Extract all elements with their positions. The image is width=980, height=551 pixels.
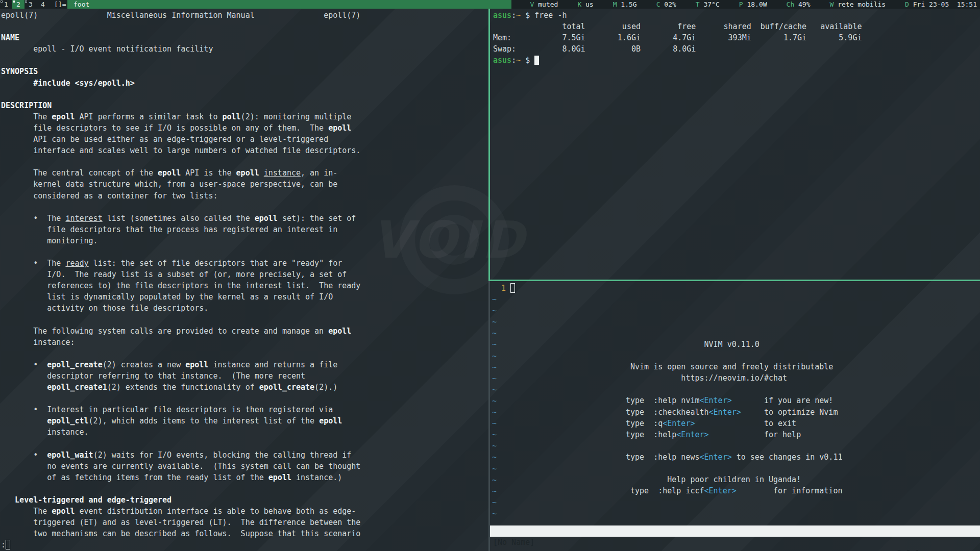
nvim-intro-line: Nvim is open source and freely distribut… <box>626 361 842 372</box>
line-number: 1 <box>492 284 510 293</box>
status-segment-k: K us <box>577 0 593 9</box>
man-line: triggered (ET) and as level-triggered (L… <box>1 517 488 528</box>
man-line: of as fetching items from the ready list… <box>1 472 488 483</box>
nvim-empty-line: ~ <box>492 305 980 316</box>
pager-prompt-colon: : <box>1 540 6 549</box>
man-line: file descriptors to see if I/O is possib… <box>1 122 488 134</box>
nvim-intro-line <box>626 463 842 474</box>
prompt-path: ~ <box>516 11 521 20</box>
man-line: monitoring. <box>1 235 488 246</box>
man-line: The following system calls are provided … <box>1 325 488 337</box>
tilde-marker: ~ <box>492 329 497 338</box>
nvim-empty-line: ~ <box>492 328 980 339</box>
man-line: • Interest in particular file descriptor… <box>1 404 488 415</box>
nvim-intro-line: type :help news<Enter> to see changes in… <box>626 452 842 463</box>
nvim-empty-line: ~ <box>492 497 980 508</box>
nvim-empty-line: ~ <box>492 316 980 328</box>
man-line <box>1 314 488 325</box>
tilde-marker: ~ <box>492 317 497 327</box>
tilde-marker: ~ <box>492 453 497 462</box>
prompt-user: asus <box>493 11 511 20</box>
status-segment-t: T 37°C <box>696 0 720 9</box>
tilde-marker: ~ <box>492 509 497 518</box>
man-line: references to) the file descriptors in t… <box>1 280 488 291</box>
nvim-intro-line: https://neovim.io/#chat <box>626 372 842 384</box>
status-segment-c: C 02% <box>656 0 676 9</box>
status-segment-d: D Fri 23-05 15:51 <box>905 0 977 9</box>
prompt-symbol: $ <box>521 56 534 65</box>
typed-command: free -h <box>534 11 567 20</box>
unfocused-window-border <box>488 281 490 551</box>
status-label: M <box>613 1 621 8</box>
cursor <box>510 283 515 293</box>
man-line: I/O. The ready list is a subset of (or, … <box>1 269 488 280</box>
man-line <box>1 202 488 213</box>
man-line: NAME <box>1 32 488 43</box>
status-segment-v: V muted <box>530 0 558 9</box>
tilde-marker: ~ <box>492 464 497 473</box>
tilde-marker: ~ <box>492 441 497 450</box>
workspace-tag-1[interactable]: 1 <box>0 0 12 9</box>
workspace-tag-3[interactable]: 3 <box>24 0 37 9</box>
nvim-ruler: 0,0-1 <box>897 548 920 551</box>
prompt-path: ~ <box>516 56 521 65</box>
pager-prompt[interactable]: : <box>1 539 488 550</box>
man-line: epoll - I/O event notification facility <box>1 43 488 55</box>
man-line <box>1 246 488 258</box>
nvim-buffer-name: [No Name] <box>493 537 534 548</box>
workspace-tag-2[interactable]: 2 <box>12 0 24 9</box>
man-line: DESCRIPTION <box>1 100 488 111</box>
man-line: epoll_ctl(2), which adds items to the in… <box>1 415 488 427</box>
man-line: The central concept of the epoll API is … <box>1 167 488 179</box>
man-line: SYNOPSIS <box>1 66 488 77</box>
tag-client-indicator <box>1 1 3 3</box>
nvim-empty-line: ~ <box>492 294 980 305</box>
man-line: epoll_create1(2) extends the functionali… <box>1 382 488 393</box>
man-page-terminal[interactable]: epoll(7) Miscellaneous Information Manua… <box>0 9 488 551</box>
status-value: 02% <box>664 1 676 8</box>
man-line: descriptor referring to that instance. (… <box>1 370 488 382</box>
man-line: interface and scales well to large numbe… <box>1 145 488 156</box>
workspace-tag-4[interactable]: 4 <box>37 0 49 9</box>
cursor <box>6 540 10 549</box>
man-line <box>1 348 488 359</box>
nvim-intro-line: type :q<Enter> to exit <box>626 418 842 429</box>
tilde-marker: ~ <box>492 352 497 361</box>
status-value: rete mobilis <box>838 1 886 8</box>
status-label: D <box>905 1 913 8</box>
status-label: T <box>696 1 704 8</box>
tilde-marker: ~ <box>492 295 497 304</box>
status-value: 18.0W <box>747 1 767 8</box>
tilde-marker: ~ <box>492 419 497 428</box>
status-bar: 1234 []= foot V mutedK usM 1.5GC 02%T 37… <box>0 0 980 9</box>
man-line: • The ready list: the set of file descri… <box>1 258 488 269</box>
tilde-marker: ~ <box>492 385 497 394</box>
status-value: us <box>585 1 594 8</box>
nvim-intro-message: NVIM v0.11.0 Nvim is open source and fre… <box>626 339 842 496</box>
man-line: Level-triggered and edge-triggered <box>1 494 488 506</box>
man-line: #include <sys/epoll.h> <box>1 78 488 89</box>
prompt-line[interactable]: asus:~ $ free -h <box>493 10 980 21</box>
status-value: 37°C <box>703 1 719 8</box>
man-line: file descriptors that the process has re… <box>1 224 488 235</box>
nvim-intro-line: type :help iccf<Enter> for information <box>626 485 842 496</box>
tilde-marker: ~ <box>492 408 497 417</box>
nvim-line-1: 1 <box>492 283 980 294</box>
status-segment-m: M 1.5G <box>613 0 637 9</box>
nvim-editor[interactable]: 1 ~~~~~~~~~~~~~~~~~~~~ NVIM v0.11.0 Nvim… <box>490 281 980 551</box>
man-line: activity on those file descriptors. <box>1 303 488 314</box>
man-line <box>1 55 488 66</box>
command-output-line: Mem: 7.5Gi 1.6Gi 4.7Gi 393Mi 1.7Gi 5.9Gi <box>493 32 980 43</box>
man-line <box>1 438 488 449</box>
shell-terminal[interactable]: asus:~ $ free -h total used free shared … <box>490 9 980 280</box>
status-value: 49% <box>798 1 810 8</box>
nvim-intro-line: NVIM v0.11.0 <box>626 339 842 350</box>
status-label: P <box>739 1 747 8</box>
prompt-separator: : <box>511 56 516 65</box>
tilde-marker: ~ <box>492 340 497 349</box>
tag-client-indicator <box>13 1 15 3</box>
cursor <box>534 56 539 65</box>
prompt-user: asus <box>493 56 511 65</box>
prompt-line[interactable]: asus:~ $ <box>493 55 980 66</box>
man-line <box>1 156 488 167</box>
